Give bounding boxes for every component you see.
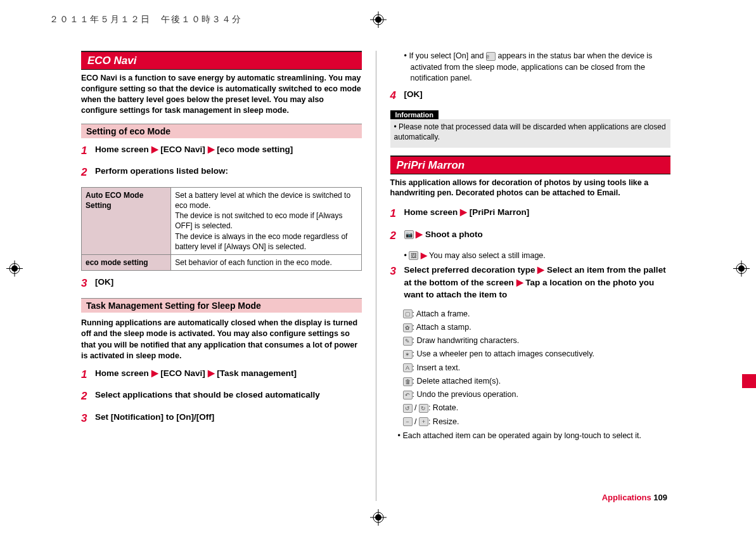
page-content: ECO Navi ECO Navi is a function to save … [81,51,670,501]
wheeler-pen-icon: ✶ [403,350,413,359]
task-step-1: 1 Home screen ▶ [ECO Navi] ▶ [Task manag… [81,367,362,383]
step-number: 1 [81,367,95,383]
frame-icon: ▢ [403,309,413,318]
footer-section-name: Applications [602,493,651,502]
arrow-icon: ▶ [416,230,423,239]
step-text: Home screen [95,145,151,154]
resize-plus-icon: + [419,417,428,426]
pripri-step-1: 1 Home screen ▶ [PriPri Marron] [390,206,671,222]
eco-navi-heading: ECO Navi [81,51,362,70]
bullet-icon: • [394,122,397,131]
step-number: 3 [390,264,404,301]
arrow-icon: ▶ [460,207,467,217]
step-text: Home screen [95,368,151,378]
registration-mark-icon [370,509,387,528]
setting-eco-mode-heading: Setting of eco Mode [81,124,362,138]
arrow-icon: ▶ [421,251,427,260]
bullet-icon: • [398,431,400,440]
pripri-step-2: 2 📷 ▶ Shoot a photo [390,228,671,244]
information-label: Information [390,110,439,119]
pripri-marron-heading: PriPri Marron [390,156,671,174]
trash-icon: 🗑 [403,377,413,386]
step-text: [ECO Navi] [158,368,208,378]
step-text: Select preferred decoration type [404,265,538,275]
step-sub-bullet: • 🖼 ▶ You may also select a still image. [404,250,671,262]
task-step-4: 4 [OK] [390,88,671,104]
footer-page-number: 109 [653,493,667,502]
pripri-step-3: 3 Select preferred decoration type ▶ Sel… [390,264,671,301]
step-number: 1 [81,143,95,159]
table-row: Auto ECO Mode Setting Set a battery leve… [82,187,362,254]
eco-navi-intro: ECO Navi is a function to save energy by… [81,73,362,116]
step-number: 2 [81,165,95,181]
step-text: [OK] [95,276,362,292]
arrow-icon: ▶ [151,145,158,154]
step-text: Perform operations listed below: [95,165,362,181]
step-number: 3 [81,276,95,292]
step-text: Select applications that should be close… [95,389,362,405]
icon-desc: : Attach a stamp. [413,323,471,332]
footnote-text: Each attached item can be operated again… [402,431,641,440]
step-text: [PriPri Marron] [467,207,529,217]
task-step-3: 3 Set [Notification] to [On]/[Off] [81,411,362,427]
eco-step-1: 1 Home screen ▶ [ECO Navi] ▶ [eco mode s… [81,143,362,159]
print-date-header: ２０１１年５月１２日 午後１０時３４分 [49,14,242,25]
task-intro: Running applications are automatically c… [81,318,362,362]
pen-icon: ✎ [403,337,413,346]
step-number: 4 [390,88,404,104]
step-text: Home screen [404,207,461,217]
arrow-icon: ▶ [208,368,215,378]
decoration-icon-list: ▢: Attach a frame. ✿: Attach a stamp. ✎:… [403,308,671,429]
page-footer: Applications 109 [602,493,667,502]
note-text: If you select [On] and [409,51,486,60]
icon-desc: : Undo the previous operation. [413,390,518,399]
arrow-icon: ▶ [151,368,158,378]
arrow-icon: ▶ [516,278,523,287]
step-text: [eco mode setting] [215,145,293,154]
step-text: [ECO Navi] [158,145,208,154]
eco-step-3: 3 [OK] [81,276,362,292]
arrow-icon: ▶ [208,145,215,154]
gallery-icon: 🖼 [409,251,418,260]
information-box: • Please note that processed data will b… [390,119,671,147]
icon-desc: : Resize. [428,417,459,426]
step-number: 3 [81,411,95,427]
left-column: ECO Navi ECO Navi is a function to save … [81,51,376,501]
step-number: 1 [390,206,404,222]
table-header-cell: eco mode setting [82,254,171,270]
eco-settings-table: Auto ECO Mode Setting Set a battery leve… [81,187,362,271]
info-text: Please note that processed data will be … [394,122,666,141]
icon-desc: : Rotate. [428,403,458,412]
footnote: • Each attached item can be operated aga… [397,430,671,441]
undo-icon: ↶ [403,391,413,399]
icon-desc: : Insert a text. [413,363,461,372]
registration-mark-icon [6,261,23,279]
eco-step-2: 2 Perform operations listed below: [81,165,362,181]
registration-mark-icon [370,11,387,30]
icon-desc: : Draw handwriting characters. [413,336,520,345]
table-header-cell: Auto ECO Mode Setting [82,187,171,254]
table-cell: Set behavior of each function in the eco… [171,254,361,270]
icon-desc: : Attach a frame. [413,309,470,318]
icon-desc: : Delete attached item(s). [413,377,501,386]
note-bullet: • If you select [On] and e appears in th… [404,51,671,84]
section-edge-tab [742,374,756,388]
table-row: eco mode setting Set behavior of each fu… [82,254,362,270]
arrow-icon: ▶ [537,265,544,275]
resize-minus-icon: − [403,417,413,426]
task-step-2: 2 Select applications that should be clo… [81,389,362,405]
step-text: [Task management] [215,368,297,378]
step-number: 2 [390,228,404,244]
step-text: Shoot a photo [423,230,482,239]
stamp-icon: ✿ [403,323,413,332]
task-management-heading: Task Management Setting for Sleep Mode [81,298,362,313]
step-number: 2 [81,389,95,405]
bullet-icon: • [404,51,407,60]
step-text: Set [Notification] to [On]/[Off] [95,411,362,427]
table-cell: Set a battery level at which the device … [171,187,361,254]
right-column: • If you select [On] and e appears in th… [376,51,671,501]
eco-status-icon: e [486,52,496,61]
sub-text: You may also select a still image. [427,251,546,260]
registration-mark-icon [733,261,750,279]
icon-desc: : Use a wheeler pen to attach images con… [413,349,594,358]
